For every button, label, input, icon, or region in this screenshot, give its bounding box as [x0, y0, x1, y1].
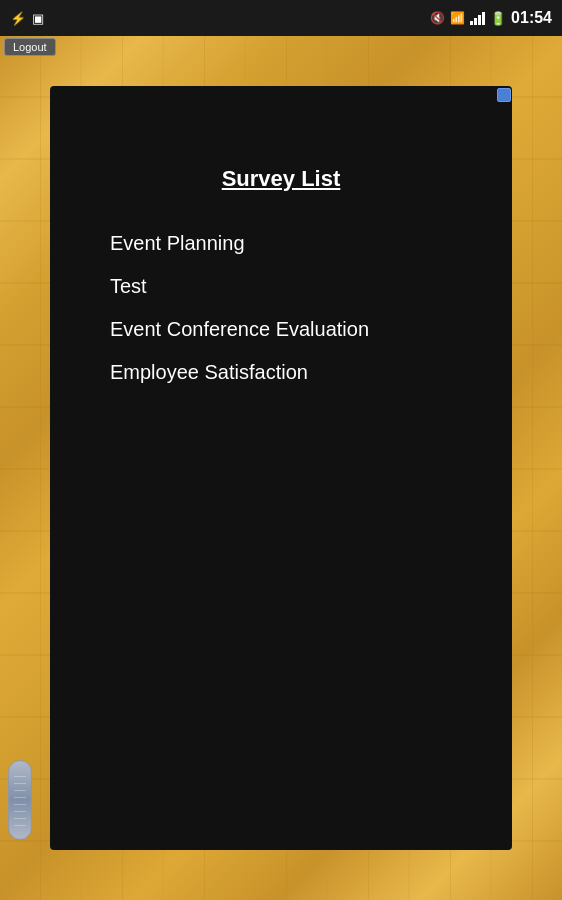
- corner-badge: [497, 88, 511, 102]
- survey-item-event-conference[interactable]: Event Conference Evaluation: [110, 308, 452, 351]
- status-time: 01:54: [511, 9, 552, 27]
- survey-item-test[interactable]: Test: [110, 265, 452, 308]
- usb-icon: ⚡: [10, 11, 26, 26]
- survey-item-employee-satisfaction[interactable]: Employee Satisfaction: [110, 351, 452, 394]
- logout-button[interactable]: Logout: [4, 38, 56, 56]
- sim-icon: ▣: [32, 11, 44, 26]
- survey-list-title: Survey List: [222, 166, 341, 192]
- mute-icon: 🔇: [430, 11, 445, 25]
- wifi-icon: 📶: [450, 11, 465, 25]
- status-left-icons: ⚡ ▣: [10, 11, 44, 26]
- status-bar: ⚡ ▣ 🔇 📶 🔋 01:54: [0, 0, 562, 36]
- status-right-area: 🔇 📶 🔋 01:54: [430, 9, 552, 27]
- chalkboard: Survey List Event Planning Test Event Co…: [50, 86, 512, 850]
- signal-icon: [470, 11, 485, 25]
- scroll-handle[interactable]: [8, 760, 32, 840]
- survey-item-event-planning[interactable]: Event Planning: [110, 222, 452, 265]
- wood-frame: Survey List Event Planning Test Event Co…: [0, 36, 562, 900]
- battery-icon: 🔋: [490, 11, 506, 26]
